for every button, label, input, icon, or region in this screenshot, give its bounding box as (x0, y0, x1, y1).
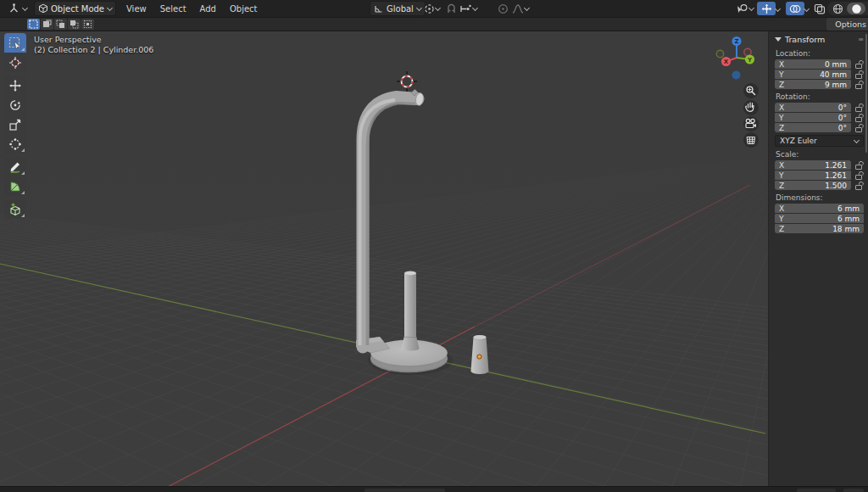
shading-solid-button[interactable] (847, 3, 865, 14)
unlock-icon[interactable] (854, 171, 864, 180)
solid-shading-icon (851, 3, 862, 14)
axis-label: X (779, 103, 790, 112)
unlock-icon[interactable] (854, 181, 864, 190)
rotation-x-field[interactable]: X0° (775, 103, 851, 112)
options-button[interactable]: Options (826, 18, 868, 31)
panel-menu-icon[interactable]: ≡ (858, 36, 864, 43)
grid-horizon-fade (0, 31, 768, 254)
location-y-field[interactable]: Y40 mm (775, 70, 851, 79)
magnet-icon (446, 3, 457, 14)
show-object-types-button[interactable] (734, 2, 755, 15)
status-keymap-hint (364, 489, 445, 492)
panel-scrollbar[interactable] (865, 34, 867, 153)
cursor-tool-icon (8, 56, 22, 70)
select-mode-invert-button[interactable] (68, 19, 81, 30)
field-value: 0° (838, 103, 847, 112)
rotation-fields: X0° Y0° Z0° (775, 103, 864, 132)
menu-select[interactable]: Select (153, 4, 193, 14)
measure-protractor-icon (8, 180, 22, 193)
chevron-down-icon (22, 6, 27, 11)
field-value: 1.500 (825, 182, 847, 190)
menu-view[interactable]: View (120, 4, 153, 14)
unlock-icon[interactable] (854, 160, 864, 170)
status-info (797, 489, 836, 492)
select-invert-icon (70, 20, 79, 29)
unlock-icon[interactable] (854, 70, 864, 79)
pivot-point-icon (424, 3, 435, 14)
select-mode-intersect-button[interactable] (81, 19, 94, 30)
proportional-editing-button[interactable] (496, 2, 510, 15)
unlock-icon[interactable] (854, 123, 864, 132)
chevron-down-icon (854, 138, 859, 143)
viewport-3d[interactable]: Z X Y (0, 31, 768, 487)
panel-title: Transform (785, 35, 825, 44)
show-gizmo-button[interactable] (757, 2, 776, 15)
pivot-point-button[interactable] (422, 2, 442, 15)
zoom-button[interactable] (743, 83, 759, 98)
tool-cursor[interactable] (4, 53, 26, 72)
tool-tweak-select[interactable] (4, 33, 26, 53)
scale-y-field[interactable]: Y1.261 (775, 171, 851, 180)
snap-target-button[interactable] (457, 2, 479, 15)
select-mode-subtract-button[interactable] (54, 19, 67, 30)
object-cylinder-006[interactable] (471, 335, 489, 374)
mode-dropdown[interactable]: Object Mode (34, 1, 116, 16)
transform-orientation-dropdown[interactable]: Global (370, 1, 426, 16)
proportional-falloff-button[interactable] (510, 2, 531, 15)
location-x-field[interactable]: X0 mm (775, 59, 851, 69)
tool-measure[interactable] (4, 176, 26, 196)
scale-x-field[interactable]: X1.261 (775, 160, 851, 170)
tool-rotate[interactable] (4, 95, 26, 115)
chevron-down-icon[interactable] (804, 7, 809, 12)
menu-add[interactable]: Add (193, 4, 223, 14)
panel-header-transform[interactable]: Transform ≡ (775, 32, 864, 46)
dimensions-section-label: Dimensions: (776, 193, 864, 202)
overlays-icon (789, 3, 801, 14)
status-version (843, 489, 864, 492)
status-bar (0, 486, 868, 492)
tool-add-primitive[interactable] (4, 199, 26, 219)
rotation-y-field[interactable]: Y0° (775, 113, 851, 122)
scale-z-field[interactable]: Z1.500 (775, 181, 851, 190)
axis-label: Y (779, 171, 790, 180)
location-z-field[interactable]: Z9 mm (775, 80, 851, 89)
unlock-icon[interactable] (854, 80, 864, 89)
tool-scale[interactable] (4, 115, 26, 134)
axis-label: Z (779, 124, 790, 132)
dimensions-x-field[interactable]: X6 mm (775, 204, 864, 213)
editor-type-button[interactable] (5, 2, 31, 15)
axis-label: X (779, 161, 790, 170)
camera-view-button[interactable] (743, 116, 759, 131)
shading-wireframe-button[interactable] (828, 3, 847, 14)
axis-label: Z (779, 81, 790, 89)
chevron-down-icon (524, 6, 529, 11)
tool-move[interactable] (4, 75, 26, 95)
rotation-mode-dropdown[interactable]: XYZ Euler (775, 135, 864, 147)
chevron-down-icon (435, 6, 440, 11)
location-section-label: Location: (776, 49, 864, 58)
axis-label: Y (779, 215, 790, 223)
tool-annotate[interactable] (4, 157, 26, 176)
xray-toggle-button[interactable] (812, 2, 827, 15)
pan-button[interactable] (743, 100, 759, 115)
rotation-z-field[interactable]: Z0° (775, 123, 851, 132)
gizmo-axis-neg-z[interactable] (732, 71, 741, 80)
dimensions-y-field[interactable]: Y6 mm (775, 214, 864, 223)
tool-transform[interactable] (4, 134, 26, 154)
unlock-icon[interactable] (854, 59, 864, 69)
gizmo-icon (761, 3, 772, 14)
perspective-toggle-button[interactable] (743, 132, 759, 148)
show-overlays-button[interactable] (786, 2, 804, 15)
select-intersect-icon (83, 20, 92, 29)
gizmo-axis-neg-y[interactable] (716, 50, 723, 57)
unlock-icon[interactable] (854, 103, 864, 112)
viewport-shading-group (827, 2, 868, 15)
select-mode-set-button[interactable] (27, 19, 40, 30)
dimensions-z-field[interactable]: Z18 mm (775, 224, 864, 233)
unlock-icon[interactable] (854, 113, 864, 122)
select-mode-extend-button[interactable] (41, 19, 53, 30)
rotation-section-label: Rotation: (776, 92, 864, 101)
menu-object[interactable]: Object (223, 4, 264, 14)
field-value: 1.261 (825, 171, 847, 180)
chevron-down-icon[interactable] (775, 7, 780, 12)
